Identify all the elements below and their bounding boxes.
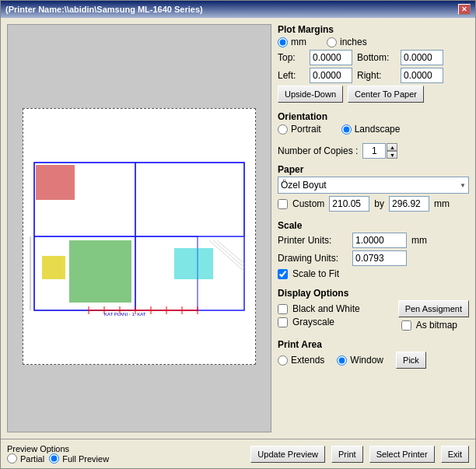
custom-row: Custom by mm bbox=[278, 196, 469, 212]
custom-label: Custom bbox=[292, 198, 324, 209]
footer: Preview Options Partial Full Preview Upd… bbox=[1, 439, 475, 468]
scale-to-fit-label: Scale to Fit bbox=[292, 268, 339, 279]
window-label: Window bbox=[350, 355, 383, 366]
spinner-down-button[interactable]: ▼ bbox=[387, 151, 397, 159]
title-bar: (Printer Name:\\abidin\Samsung ML-1640 S… bbox=[1, 1, 475, 18]
black-white-option: Black and White bbox=[278, 303, 394, 314]
display-options-label: Display Options bbox=[278, 288, 469, 299]
inches-radio[interactable] bbox=[327, 37, 337, 47]
bottom-label: Bottom: bbox=[357, 52, 396, 63]
center-to-paper-button[interactable]: Center To Paper bbox=[348, 86, 424, 103]
as-bitmap-option: As bitmap bbox=[401, 320, 469, 331]
paper-section: Paper Özel Boyut ▼ Custom by mm bbox=[278, 164, 469, 214]
svg-rect-6 bbox=[69, 240, 131, 303]
partial-radio-group: Partial bbox=[7, 453, 44, 464]
bottom-input[interactable] bbox=[401, 50, 443, 65]
extends-radio-group: Extends bbox=[278, 355, 324, 366]
mm-label: mm bbox=[291, 37, 306, 47]
landscape-radio-group: Landscape bbox=[341, 124, 401, 135]
scale-section: Scale Printer Units: mm Drawing Units: S… bbox=[278, 220, 469, 282]
title-bar-controls: ✕ bbox=[458, 4, 471, 15]
inches-label: inches bbox=[340, 37, 367, 47]
copies-input[interactable] bbox=[362, 143, 386, 159]
printer-units-input[interactable] bbox=[352, 233, 407, 248]
paper-mm-label: mm bbox=[434, 198, 450, 209]
right-input[interactable] bbox=[401, 68, 443, 83]
grayscale-label: Grayscale bbox=[292, 317, 334, 327]
spinner-buttons: ▲ ▼ bbox=[387, 143, 397, 159]
portrait-radio[interactable] bbox=[278, 124, 288, 135]
drawing-units-input[interactable] bbox=[352, 250, 407, 266]
exit-button[interactable]: Exit bbox=[441, 446, 469, 463]
as-bitmap-checkbox[interactable] bbox=[401, 320, 411, 331]
custom-checkbox[interactable] bbox=[278, 199, 288, 209]
portrait-label: Portrait bbox=[291, 124, 321, 135]
close-button[interactable]: ✕ bbox=[458, 4, 471, 15]
preview-options-container: Preview Options Partial Full Preview bbox=[7, 444, 109, 464]
full-preview-radio-group: Full Preview bbox=[49, 453, 109, 464]
scale-to-fit-checkbox[interactable] bbox=[278, 269, 288, 279]
print-button[interactable]: Print bbox=[331, 446, 363, 463]
printer-units-label: Printer Units: bbox=[278, 235, 348, 246]
right-display-options: Pen Assigment As bitmap bbox=[398, 300, 469, 331]
black-white-label: Black and White bbox=[292, 303, 360, 314]
select-printer-button[interactable]: Select Printer bbox=[369, 446, 435, 463]
pick-button[interactable]: Pick bbox=[396, 352, 426, 369]
left-input[interactable] bbox=[310, 68, 352, 83]
paper-dropdown-value: Özel Boyut bbox=[281, 180, 327, 191]
drawing-units-row: Drawing Units: bbox=[278, 250, 469, 266]
black-white-row: Black and White Grayscale Pen Assigment … bbox=[278, 300, 469, 331]
custom-width-input[interactable] bbox=[329, 196, 369, 212]
printer-units-row: Printer Units: mm bbox=[278, 233, 469, 248]
upside-down-button[interactable]: Upside-Down bbox=[278, 86, 343, 103]
window-radio[interactable] bbox=[337, 355, 347, 366]
svg-rect-9 bbox=[174, 248, 213, 279]
update-preview-button[interactable]: Update Preview bbox=[250, 446, 325, 463]
grayscale-option: Grayscale bbox=[278, 317, 394, 327]
scale-unit-label: mm bbox=[411, 235, 427, 246]
window-title: (Printer Name:\\abidin\Samsung ML-1640 S… bbox=[5, 5, 203, 14]
preview-options-label: Preview Options bbox=[7, 444, 69, 453]
main-window: (Printer Name:\\abidin\Samsung ML-1640 S… bbox=[0, 0, 476, 469]
black-white-checkbox[interactable] bbox=[278, 304, 288, 314]
settings-panel: Plot Margins mm inches Top: Bottom: bbox=[278, 24, 469, 432]
orientation-row: Portrait Landscape bbox=[278, 124, 469, 135]
grayscale-checkbox[interactable] bbox=[278, 317, 288, 327]
by-label: by bbox=[374, 198, 384, 209]
print-area-label: Print Area bbox=[278, 339, 469, 350]
display-options-section: Display Options Black and White Grayscal… bbox=[278, 288, 469, 333]
pen-assignment-button[interactable]: Pen Assigment bbox=[398, 300, 469, 317]
mm-radio-group: mm bbox=[278, 37, 306, 47]
spinner-up-button[interactable]: ▲ bbox=[387, 143, 397, 151]
custom-height-input[interactable] bbox=[389, 196, 429, 212]
portrait-radio-group: Portrait bbox=[278, 124, 321, 135]
top-label: Top: bbox=[278, 52, 305, 63]
right-label: Right: bbox=[357, 70, 396, 81]
partial-label: Partial bbox=[20, 454, 44, 464]
plot-margins-section: Plot Margins mm inches Top: Bottom: bbox=[278, 24, 469, 105]
partial-radio[interactable] bbox=[7, 453, 17, 464]
scale-to-fit-row: Scale to Fit bbox=[278, 268, 469, 279]
full-preview-radio[interactable] bbox=[49, 453, 59, 464]
extends-label: Extends bbox=[291, 355, 324, 366]
copies-spinner: ▲ ▼ bbox=[362, 143, 397, 159]
copies-row: Number of Copies : ▲ ▼ bbox=[278, 143, 469, 159]
drawing-units-label: Drawing Units: bbox=[278, 253, 348, 264]
full-preview-label: Full Preview bbox=[62, 454, 109, 464]
copies-label: Number of Copies : bbox=[278, 145, 358, 156]
svg-rect-8 bbox=[42, 256, 65, 279]
dropdown-arrow-icon: ▼ bbox=[460, 182, 466, 189]
top-input[interactable] bbox=[310, 50, 352, 65]
mm-radio[interactable] bbox=[278, 37, 288, 47]
inches-radio-group: inches bbox=[327, 37, 367, 47]
extends-radio[interactable] bbox=[278, 355, 288, 366]
units-row: mm inches bbox=[278, 37, 469, 47]
landscape-radio[interactable] bbox=[341, 124, 352, 135]
left-label: Left: bbox=[278, 70, 305, 81]
svg-rect-7 bbox=[36, 165, 75, 200]
preview-panel: KAT PLANI - 1. KAT bbox=[7, 24, 271, 432]
svg-text:KAT PLANI - 1. KAT: KAT PLANI - 1. KAT bbox=[104, 312, 146, 317]
orientation-label: Orientation bbox=[278, 111, 469, 122]
paper-dropdown[interactable]: Özel Boyut ▼ bbox=[278, 177, 469, 194]
landscape-label: Landscape bbox=[355, 124, 401, 135]
